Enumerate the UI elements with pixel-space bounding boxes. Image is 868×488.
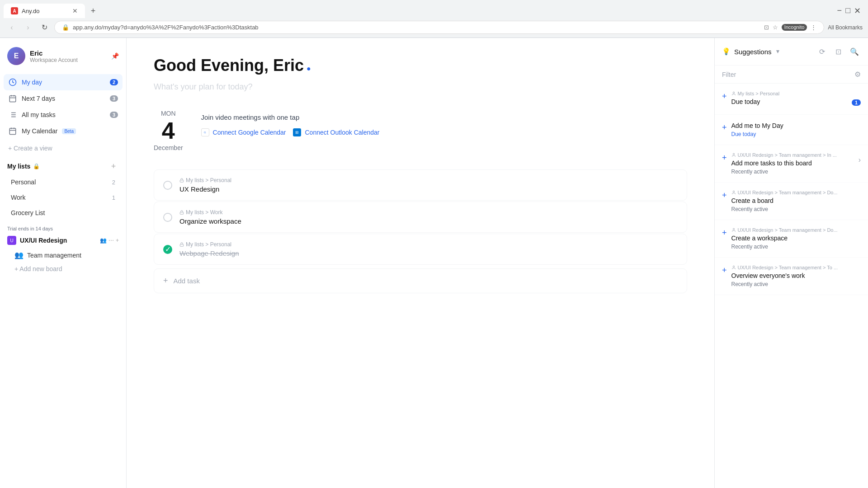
add-more-tasks-plus-icon[interactable]: + xyxy=(722,153,727,163)
next-7-days-icon xyxy=(8,94,17,103)
task-row[interactable]: My lists > Personal UX Redesign xyxy=(154,169,687,201)
personal-list-count: 2 xyxy=(112,179,115,186)
connect-google-calendar-button[interactable]: G Connect Google Calendar xyxy=(201,128,286,136)
sidebar-item-all-my-tasks[interactable]: All my tasks 3 xyxy=(4,107,123,123)
minimize-button[interactable]: − xyxy=(837,6,842,16)
date-display: MON 4 December xyxy=(154,110,183,151)
suggestion-add-more-tasks: + UX/UI Redesign > Team management > In … xyxy=(715,145,868,183)
active-tab[interactable]: A Any.do ✕ xyxy=(4,4,85,18)
svg-point-23 xyxy=(733,228,734,230)
search-button[interactable]: 🔍 xyxy=(848,45,861,58)
sidebar-nav: My day 2 Next 7 days 3 All my tasks 3 xyxy=(0,72,126,141)
create-board-plus-icon[interactable]: + xyxy=(722,191,727,200)
calendar-section: MON 4 December Join video meetings with … xyxy=(154,110,687,151)
connect-prompt: Join video meetings with one tap xyxy=(201,113,380,121)
add-more-tasks-row: + UX/UI Redesign > Team management > In … xyxy=(722,152,861,175)
add-board-label: + Add new board xyxy=(14,265,62,272)
user-name: Eric xyxy=(30,49,107,57)
due-today-row: + My lists > Personal Due today 1 xyxy=(722,91,861,107)
create-workspace-breadcrumb: UX/UI Redesign > Team management > Do... xyxy=(731,227,861,233)
suggestions-chevron-icon: ▼ xyxy=(775,48,781,55)
create-workspace-content: UX/UI Redesign > Team management > Do...… xyxy=(731,227,861,250)
lightbulb-icon: 💡 xyxy=(722,47,731,56)
my-day-label: My day xyxy=(22,79,42,86)
add-board-button[interactable]: + Add new board xyxy=(7,263,119,275)
tab-title: Any.do xyxy=(22,8,40,14)
workspace-menu-icon[interactable]: ⋯ xyxy=(108,237,114,244)
bookmark-icon[interactable]: ☆ xyxy=(773,24,778,31)
work-list-count: 1 xyxy=(112,194,115,201)
task-checkbox[interactable] xyxy=(163,181,172,190)
forward-button[interactable]: › xyxy=(22,21,34,34)
add-task-button[interactable]: + Add task xyxy=(154,268,687,293)
task-row[interactable]: ✓ My lists > Personal Webpage Redesign xyxy=(154,234,687,265)
my-calendar-label: My Calendar xyxy=(22,127,57,135)
add-task-plus-icon: + xyxy=(163,276,168,286)
create-view-label: + Create a view xyxy=(8,145,52,152)
create-view-btn[interactable]: + Create a view xyxy=(4,142,123,155)
connect-outlook-calendar-button[interactable]: ⊞ Connect Outlook Calendar xyxy=(293,128,379,136)
personal-list-label: Personal xyxy=(11,178,36,186)
workspace-add-icon[interactable]: + xyxy=(116,237,119,244)
sidebar-item-my-calendar[interactable]: My Calendar Beta xyxy=(4,123,123,139)
add-me-my-day-row: + Add me to My Day Due today xyxy=(722,122,861,137)
svg-rect-11 xyxy=(9,128,16,135)
tab-close-button[interactable]: ✕ xyxy=(72,7,78,14)
next-7-days-label: Next 7 days xyxy=(22,95,55,102)
work-list-label: Work xyxy=(11,194,25,201)
sidebar-item-my-day[interactable]: My day 2 xyxy=(4,74,123,90)
sidebar-item-next-7-days[interactable]: Next 7 days 3 xyxy=(4,90,123,107)
sidebar: E Eric Workspace Account 📌 My day 2 Next… xyxy=(0,38,127,488)
workspace-icon: U xyxy=(7,236,16,245)
create-workspace-plus-icon[interactable]: + xyxy=(722,228,727,238)
cast-icon: ⊡ xyxy=(764,24,769,31)
overview-work-plus-icon[interactable]: + xyxy=(722,266,727,275)
task-row[interactable]: My lists > Work Organize workspace xyxy=(154,202,687,233)
add-me-my-day-plus-icon[interactable]: + xyxy=(722,123,727,132)
greeting-text: Good Evening, Eric xyxy=(154,56,304,75)
calendar-icon xyxy=(8,127,17,136)
workspace-members-icon: 👥 xyxy=(100,237,107,244)
close-window-button[interactable]: ✕ xyxy=(854,6,861,16)
workspace-name: UX/UI Redesign xyxy=(20,237,96,244)
task-checkbox[interactable]: ✓ xyxy=(163,245,172,254)
add-list-button[interactable]: + xyxy=(108,161,119,172)
due-today-plus-icon[interactable]: + xyxy=(722,92,727,101)
pin-icon[interactable]: 📌 xyxy=(111,52,119,60)
svg-rect-18 xyxy=(180,212,184,215)
board-item-team-management[interactable]: 👥 Team management xyxy=(7,248,119,262)
new-tab-button[interactable]: + xyxy=(87,5,99,17)
sidebar-item-work[interactable]: Work 1 xyxy=(4,190,123,205)
workspace-section: Trial ends in 14 days U UX/UI Redesign 👥… xyxy=(0,221,126,277)
sidebar-item-grocery-list[interactable]: Grocery List xyxy=(4,206,123,220)
create-workspace-meta: Recently active xyxy=(731,244,861,250)
svg-point-24 xyxy=(733,266,734,267)
maximize-button[interactable]: □ xyxy=(845,6,850,16)
task-checkbox[interactable] xyxy=(163,213,172,222)
tasks-list: My lists > Personal UX Redesign My lists… xyxy=(154,169,687,265)
layout-button[interactable]: ⊡ xyxy=(832,45,844,58)
filter-row: Filter ⚙ xyxy=(715,66,868,84)
overview-work-content: UX/UI Redesign > Team management > To ..… xyxy=(731,265,861,287)
reload-button[interactable]: ↻ xyxy=(38,21,51,34)
add-more-tasks-content: UX/UI Redesign > Team management > In ..… xyxy=(731,152,852,175)
suggestions-button[interactable]: 💡 Suggestions ▼ xyxy=(722,47,812,56)
address-bar[interactable]: 🔒 app.any.do/myday?d=anydo%3A%2F%2Fanydo… xyxy=(54,21,824,34)
connect-outlook-label: Connect Outlook Calendar xyxy=(305,129,379,136)
add-me-my-day-meta: Due today xyxy=(731,131,861,137)
task-title: Webpage Redesign xyxy=(179,249,678,257)
extensions-icon[interactable]: ⋮ xyxy=(811,24,816,31)
task-title: Organize workspace xyxy=(179,217,678,225)
grocery-list-label: Grocery List xyxy=(11,209,45,216)
sidebar-item-personal[interactable]: Personal 2 xyxy=(4,175,123,189)
add-me-my-day-content: Add me to My Day Due today xyxy=(731,122,861,137)
back-button[interactable]: ‹ xyxy=(5,21,18,34)
scroll-right-icon[interactable]: › xyxy=(859,156,861,164)
suggestion-create-workspace: + UX/UI Redesign > Team management > Do.… xyxy=(715,220,868,258)
filter-icon[interactable]: ⚙ xyxy=(854,70,861,79)
add-me-my-day-title: Add me to My Day xyxy=(731,122,861,129)
filter-text: Filter xyxy=(722,71,854,78)
board-emoji: 👥 xyxy=(14,251,24,259)
refresh-button[interactable]: ⟳ xyxy=(816,45,828,58)
task-content: My lists > Work Organize workspace xyxy=(179,209,678,225)
